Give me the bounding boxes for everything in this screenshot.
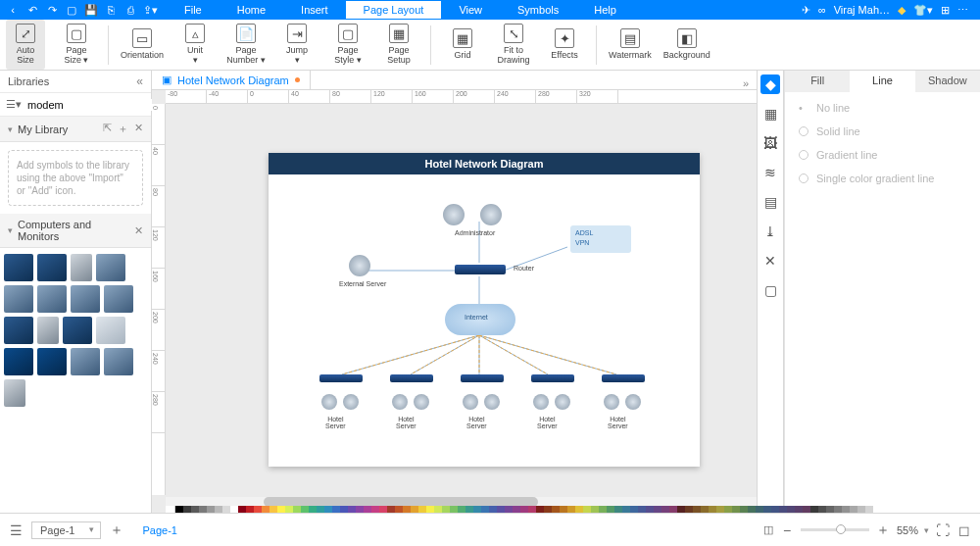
shape-laptop[interactable] xyxy=(104,285,133,313)
node-hotel-db[interactable] xyxy=(555,394,570,410)
ribbon-auto[interactable]: ⤢Auto Size xyxy=(6,20,45,70)
color-swatch[interactable] xyxy=(599,506,607,513)
color-swatch[interactable] xyxy=(175,506,183,513)
navigator-icon[interactable]: ◫ xyxy=(763,523,773,536)
color-swatch[interactable] xyxy=(803,506,810,513)
node-hotel-switch[interactable] xyxy=(602,374,645,382)
add-page-icon[interactable]: ＋ xyxy=(109,522,124,538)
color-swatch[interactable] xyxy=(411,506,418,513)
ribbon-watermark[interactable]: ▤Watermark xyxy=(609,28,652,61)
shape-pos[interactable] xyxy=(104,348,133,375)
shape-monitor[interactable] xyxy=(4,254,33,281)
menu-view[interactable]: View xyxy=(441,1,500,19)
color-swatch[interactable] xyxy=(473,506,481,513)
color-swatch[interactable] xyxy=(858,506,865,513)
color-swatch[interactable] xyxy=(489,506,497,513)
shape-tower[interactable] xyxy=(37,317,59,344)
color-swatch[interactable] xyxy=(434,506,442,513)
add-icon[interactable]: ＋ xyxy=(118,122,128,136)
page-tab[interactable]: Page-1 xyxy=(132,524,186,536)
zoom-in-icon[interactable]: ＋ xyxy=(875,522,891,538)
color-swatch[interactable] xyxy=(787,506,795,513)
export-icon[interactable]: ⇪▾ xyxy=(143,3,157,17)
fullscreen-icon[interactable]: ⛶ xyxy=(935,522,951,538)
redo-icon[interactable]: ↷ xyxy=(45,3,59,17)
color-swatch[interactable] xyxy=(270,506,277,513)
color-swatch[interactable] xyxy=(207,506,215,513)
node-hotel-db[interactable] xyxy=(625,394,641,410)
ribbon-jump[interactable]: ⇥Jump ▾ xyxy=(277,24,317,66)
color-swatch[interactable] xyxy=(301,506,309,513)
color-swatch[interactable] xyxy=(536,506,544,513)
adsl-box[interactable]: ADSL VPN xyxy=(570,225,631,253)
premium-icon[interactable]: ◆ xyxy=(898,4,906,17)
color-swatch[interactable] xyxy=(317,506,324,513)
shape-tablet[interactable] xyxy=(37,348,67,375)
color-swatch[interactable] xyxy=(183,506,191,513)
color-swatch[interactable] xyxy=(199,506,207,513)
node-hotel-pc[interactable] xyxy=(604,394,619,410)
color-swatch[interactable] xyxy=(779,506,787,513)
color-swatch[interactable] xyxy=(685,506,693,513)
shape-tablet[interactable] xyxy=(4,348,33,375)
color-swatch[interactable] xyxy=(230,506,238,513)
new-icon[interactable]: ▢ xyxy=(65,3,78,17)
node-hotel-pc[interactable] xyxy=(533,394,549,410)
color-swatch[interactable] xyxy=(254,506,262,513)
right-tab-fill[interactable]: Fill xyxy=(785,71,850,92)
color-swatch[interactable] xyxy=(442,506,450,513)
style-tool-icon[interactable]: ◆ xyxy=(760,74,780,94)
color-swatch[interactable] xyxy=(332,506,340,513)
library-shelf-icon[interactable]: ☰▾ xyxy=(6,98,22,111)
color-swatch[interactable] xyxy=(630,506,638,513)
color-swatch[interactable] xyxy=(810,506,818,513)
line-opt-0[interactable]: •No line xyxy=(799,102,966,114)
menu-page-layout[interactable]: Page Layout xyxy=(346,1,442,19)
node-hotel-pc[interactable] xyxy=(392,394,408,410)
color-swatch[interactable] xyxy=(716,506,724,513)
color-swatch[interactable] xyxy=(466,506,473,513)
color-swatch[interactable] xyxy=(426,506,434,513)
color-swatch[interactable] xyxy=(638,506,646,513)
node-hotel-switch[interactable] xyxy=(461,374,504,382)
chevron-left-icon[interactable]: ‹ xyxy=(6,3,20,17)
shape-laptop[interactable] xyxy=(96,254,125,281)
color-swatch[interactable] xyxy=(324,506,332,513)
node-ext-server[interactable] xyxy=(349,255,370,276)
fit-page-icon[interactable]: ◻ xyxy=(956,522,972,538)
color-swatch[interactable] xyxy=(583,506,591,513)
image-tool-icon[interactable]: 🖼 xyxy=(760,133,780,153)
shape-laptop[interactable] xyxy=(37,285,67,313)
right-tab-shadow[interactable]: Shadow xyxy=(915,71,980,92)
node-hotel-pc[interactable] xyxy=(463,394,478,410)
color-swatch[interactable] xyxy=(403,506,411,513)
ribbon-page[interactable]: ▢Page Style ▾ xyxy=(328,24,368,66)
share-icon[interactable]: ∞ xyxy=(818,4,826,16)
shape-laptop[interactable] xyxy=(71,285,100,313)
color-swatch[interactable] xyxy=(348,506,356,513)
shape-laptop[interactable] xyxy=(4,285,33,313)
layers-tool-icon[interactable]: ≋ xyxy=(760,163,780,182)
color-swatch[interactable] xyxy=(740,506,748,513)
apps-icon[interactable]: ⊞ xyxy=(941,4,950,17)
color-swatch[interactable] xyxy=(560,506,567,513)
color-swatch[interactable] xyxy=(677,506,685,513)
present-tool-icon[interactable]: ▢ xyxy=(760,280,780,300)
color-swatch[interactable] xyxy=(262,506,270,513)
shape-kiosk[interactable] xyxy=(4,379,25,407)
user-name[interactable]: Viraj Mah… xyxy=(834,4,890,16)
color-swatch[interactable] xyxy=(607,506,614,513)
color-swatch[interactable] xyxy=(552,506,560,513)
color-swatch[interactable] xyxy=(724,506,732,513)
color-swatch[interactable] xyxy=(458,506,466,513)
color-swatch[interactable] xyxy=(654,506,662,513)
menu-file[interactable]: File xyxy=(167,1,220,19)
shuffle-tool-icon[interactable]: ✕ xyxy=(760,251,780,271)
ribbon-fit-to[interactable]: ⤡Fit to Drawing xyxy=(494,24,533,66)
color-swatch[interactable] xyxy=(756,506,763,513)
page-select[interactable]: Page-1 xyxy=(31,521,101,539)
save-as-icon[interactable]: ⎘ xyxy=(104,3,118,17)
document-tab[interactable]: ▣ Hotel Network Diagram xyxy=(152,70,311,89)
color-swatch[interactable] xyxy=(834,506,842,513)
menu-home[interactable]: Home xyxy=(220,1,283,19)
